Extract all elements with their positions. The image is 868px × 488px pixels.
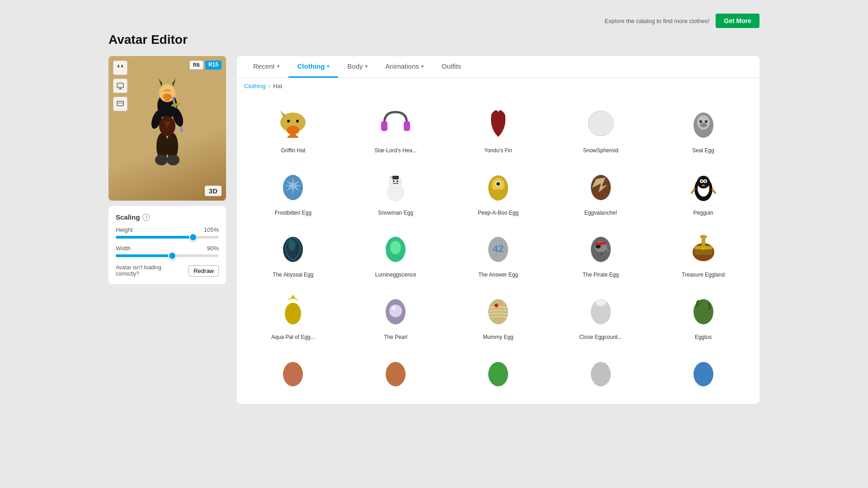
- item-card[interactable]: Lumineggscence: [345, 222, 447, 283]
- item-name: Mummy Egg: [483, 334, 513, 341]
- item-name: The Abyssal Egg: [273, 272, 313, 279]
- svg-point-30: [700, 123, 707, 127]
- item-card[interactable]: Seal Egg: [652, 98, 754, 159]
- item-thumbnail: [683, 352, 724, 392]
- height-value: 105%: [204, 226, 219, 233]
- scaling-info-icon[interactable]: i: [142, 214, 150, 221]
- get-more-button[interactable]: Get More: [716, 14, 760, 28]
- item-name: Peep-A-Boo Egg: [478, 210, 519, 217]
- svg-point-34: [393, 180, 395, 182]
- item-card[interactable]: Aqua Pal of Egg...: [242, 284, 344, 346]
- item-name: Lumineggscence: [375, 272, 416, 279]
- item-card[interactable]: [345, 346, 447, 400]
- svg-point-16: [167, 155, 179, 165]
- item-thumbnail: [478, 352, 519, 392]
- width-row: Width 90%: [116, 245, 219, 257]
- svg-point-49: [701, 180, 703, 182]
- tab-outfits[interactable]: Outfits: [433, 56, 470, 78]
- item-card[interactable]: [550, 346, 651, 400]
- height-slider-thumb[interactable]: [189, 233, 197, 241]
- redraw-row: Avatar isn't loading correctly? Redraw: [116, 264, 219, 277]
- item-card[interactable]: The Abyssal Egg: [242, 222, 344, 283]
- right-panel: Recent▾Clothing▾Body▾Animations▾Outfits …: [237, 56, 760, 404]
- item-thumbnail: [580, 352, 621, 392]
- svg-point-22: [296, 120, 299, 122]
- item-card[interactable]: Peep-A-Boo Egg: [448, 160, 549, 221]
- height-slider-track[interactable]: [116, 236, 219, 239]
- icon-btn-3[interactable]: [113, 97, 127, 111]
- avatar-badges: R6 R15: [189, 61, 222, 70]
- item-name: Frostbitten Egg: [275, 210, 311, 217]
- item-thumbnail: [375, 227, 416, 268]
- item-card[interactable]: The Pirate Egg: [550, 222, 651, 283]
- chevron-icon: ▾: [421, 64, 424, 69]
- item-name: Seal Egg: [692, 147, 714, 155]
- item-thumbnail: [683, 290, 724, 330]
- item-name: Aqua Pal of Egg...: [271, 334, 315, 341]
- breadcrumb-separator: ›: [269, 83, 270, 89]
- width-slider-track[interactable]: [116, 254, 219, 257]
- chevron-icon: ▾: [277, 64, 279, 69]
- item-thumbnail: [580, 290, 621, 330]
- item-card[interactable]: Close Eggcount...: [550, 284, 651, 346]
- item-card[interactable]: Frostbitten Egg: [242, 160, 344, 221]
- item-thumbnail: [273, 352, 313, 392]
- item-thumbnail: [273, 165, 313, 206]
- breadcrumb: Clothing › Hat: [237, 78, 760, 94]
- width-slider-thumb[interactable]: [168, 252, 176, 260]
- svg-point-73: [495, 304, 498, 307]
- item-card[interactable]: Yondu's Fin: [448, 98, 549, 159]
- item-thumbnail: [580, 103, 621, 144]
- item-name: Treasure Eggland: [682, 272, 725, 279]
- left-panel: R6 R15: [108, 56, 226, 284]
- item-card[interactable]: 42The Answer Egg: [448, 222, 549, 283]
- item-thumbnail: [478, 103, 519, 144]
- chevron-icon: ▾: [327, 64, 329, 69]
- item-card[interactable]: [242, 346, 344, 400]
- item-card[interactable]: [448, 346, 549, 400]
- page-title: Avatar Editor: [108, 33, 760, 47]
- svg-point-50: [704, 180, 706, 182]
- avatar-icons: [113, 61, 127, 111]
- item-card[interactable]: Pegguin: [652, 160, 754, 221]
- item-card[interactable]: [652, 346, 754, 400]
- tab-body[interactable]: Body▾: [338, 56, 376, 78]
- item-name: The Pearl: [384, 334, 407, 341]
- breadcrumb-parent[interactable]: Clothing: [244, 83, 266, 89]
- item-card[interactable]: SnowSpheroid: [550, 98, 651, 159]
- item-thumbnail: [273, 227, 313, 268]
- svg-point-29: [705, 120, 708, 123]
- badge-r15: R15: [205, 61, 222, 70]
- item-thumbnail: [375, 165, 416, 206]
- icon-btn-1[interactable]: [113, 61, 127, 75]
- icon-btn-2[interactable]: [113, 79, 127, 93]
- svg-point-35: [396, 180, 398, 182]
- tab-clothing[interactable]: Clothing▾: [288, 56, 339, 78]
- item-card[interactable]: The Pearl: [345, 284, 447, 346]
- item-thumbnail: [580, 227, 621, 268]
- item-name: Griffin Hat: [281, 147, 306, 155]
- item-card[interactable]: Treasure Eggland: [652, 222, 754, 283]
- item-card[interactable]: Mummy Egg: [448, 284, 549, 346]
- svg-point-82: [693, 362, 713, 386]
- svg-point-55: [390, 241, 401, 254]
- svg-text:42: 42: [493, 243, 504, 254]
- svg-point-76: [596, 300, 605, 305]
- item-card[interactable]: Eggvalanche!: [550, 160, 651, 221]
- svg-point-46: [697, 176, 710, 188]
- item-name: Star-Lord's Hea...: [374, 147, 417, 155]
- tabs-bar: Recent▾Clothing▾Body▾Animations▾Outfits: [237, 56, 760, 78]
- item-card[interactable]: Griffin Hat: [242, 98, 344, 159]
- breadcrumb-child: Hat: [273, 83, 282, 89]
- item-card[interactable]: Eggtus: [652, 284, 754, 346]
- item-thumbnail: [683, 227, 724, 268]
- tab-recent[interactable]: Recent▾: [244, 56, 288, 78]
- redraw-button[interactable]: Redraw: [189, 265, 219, 277]
- three-d-badge[interactable]: 3D: [205, 186, 222, 196]
- loading-text: Avatar isn't loading correctly?: [116, 264, 184, 277]
- svg-point-78: [283, 362, 303, 386]
- item-card[interactable]: Snowman Egg: [345, 160, 447, 221]
- tab-animations[interactable]: Animations▾: [377, 56, 433, 78]
- item-card[interactable]: Star-Lord's Hea...: [345, 98, 447, 159]
- svg-point-15: [155, 155, 168, 165]
